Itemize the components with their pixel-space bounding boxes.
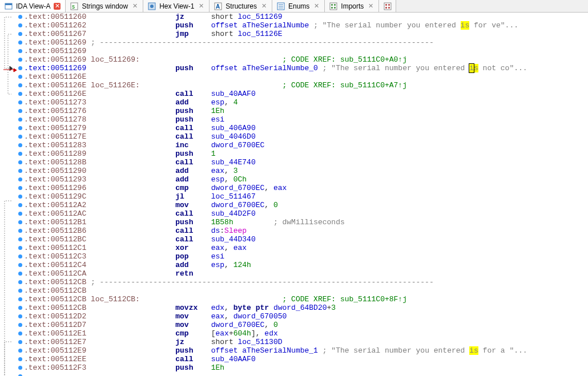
code-line[interactable]: .text:00511262 push offset aTheSerialNum… <box>24 21 588 30</box>
code-line[interactable]: .text:00511283 inc dword_6700EC <box>24 141 588 149</box>
code-line[interactable]: .text:00511273 add esp, 4 <box>24 98 588 107</box>
code-line[interactable]: .text:005112E9 push offset aTheSerialNum… <box>24 346 588 355</box>
code-line[interactable]: .text:00511269 ; -----------------------… <box>24 38 588 47</box>
code-line[interactable]: .text:00511269 <box>24 47 588 55</box>
breakpoint-dot[interactable] <box>18 169 22 173</box>
close-icon[interactable]: ✕ <box>131 3 138 10</box>
mnemonic: push <box>175 21 193 30</box>
breakpoint-dot[interactable] <box>18 41 22 45</box>
code-line[interactable]: .text:005112EE call sub_40AAF0 <box>24 355 588 363</box>
code-line[interactable]: .text:005112D2 mov eax, dword_670050 <box>24 312 588 321</box>
breakpoint-dot[interactable] <box>18 314 22 318</box>
code-line[interactable]: .text:00511260 jz short loc_511269 <box>24 13 588 21</box>
code-line[interactable]: .text:005112CB ; -----------------------… <box>24 278 588 286</box>
breakpoint-dot[interactable] <box>18 58 22 62</box>
code-line[interactable]: .text:005112C3 pop esi <box>24 252 588 261</box>
tab-hex-view-1[interactable]: Hex View-1✕ <box>143 0 210 12</box>
code-line[interactable]: .text:0051126E call sub_40AAF0 <box>24 90 588 98</box>
breakpoint-dot[interactable] <box>18 186 22 190</box>
breakpoint-dot[interactable] <box>18 177 22 181</box>
breakpoint-dot[interactable] <box>18 152 22 156</box>
tab-structures[interactable]: AStructures✕ <box>210 0 272 12</box>
breakpoint-dot[interactable] <box>18 203 22 207</box>
breakpoint-dot[interactable] <box>18 212 22 216</box>
breakpoint-dot[interactable] <box>18 229 22 233</box>
tab-overflow[interactable] <box>379 0 396 12</box>
breakpoint-dot[interactable] <box>18 160 22 164</box>
breakpoint-dot[interactable] <box>18 135 22 139</box>
breakpoint-dot[interactable] <box>18 272 22 276</box>
tab-strings-window[interactable]: sStrings window✕ <box>66 0 143 12</box>
code-line[interactable]: .text:00511293 add esp, 0Ch <box>24 175 588 184</box>
code-line[interactable]: .text:00511289 push 1 <box>24 149 588 158</box>
breakpoint-dot[interactable] <box>18 331 22 335</box>
code-line[interactable]: .text:00511290 add eax, 3 <box>24 167 588 175</box>
breakpoint-dot[interactable] <box>18 349 22 353</box>
code-line[interactable]: .text:00511279 call sub_406A90 <box>24 124 588 132</box>
breakpoint-dot[interactable] <box>18 118 22 122</box>
breakpoint-dot[interactable] <box>18 357 22 361</box>
breakpoint-dot[interactable] <box>18 306 22 310</box>
close-icon[interactable]: ✕ <box>313 3 320 10</box>
close-icon[interactable]: ✕ <box>260 3 267 10</box>
code-line[interactable]: .text:005112C4 add esp, 124h <box>24 261 588 269</box>
code-line[interactable]: .text:005112BC call sub_44D340 <box>24 235 588 244</box>
code-line[interactable]: .text:005112CB loc_5112CB: ; CODE XREF: … <box>24 295 588 304</box>
code-line[interactable]: .text:005112C1 xor eax, eax <box>24 244 588 252</box>
breakpoint-dot[interactable] <box>18 280 22 284</box>
breakpoint-dot[interactable] <box>18 32 22 36</box>
breakpoint-dot[interactable] <box>18 254 22 258</box>
breakpoint-dot[interactable] <box>18 237 22 241</box>
code-line[interactable]: .text:00511276 push 1Eh <box>24 107 588 115</box>
tab-imports[interactable]: Imports✕ <box>325 0 379 12</box>
code-line[interactable]: .text:005112B6 call ds:Sleep <box>24 227 588 235</box>
breakpoint-dot[interactable] <box>18 246 22 250</box>
breakpoint-dot[interactable] <box>18 297 22 301</box>
code-line[interactable]: .text:0051129C jl loc_511467 <box>24 192 588 201</box>
breakpoint-dot[interactable] <box>18 220 22 224</box>
code-line[interactable]: .text:00511267 jmp short loc_51126E <box>24 30 588 38</box>
disassembly-view[interactable]: .text:00511260 jz short loc_511269.text:… <box>0 13 588 376</box>
breakpoint-dot[interactable] <box>18 15 22 19</box>
code-line[interactable]: .text:005112A2 mov dword_6700EC, 0 <box>24 201 588 209</box>
code-line[interactable]: .text:005112CB movzx edx, byte ptr dword… <box>24 304 588 312</box>
code-line[interactable]: .text:005112CB <box>24 286 588 295</box>
code-line[interactable]: .text:005112CA retn <box>24 269 588 278</box>
breakpoint-dot[interactable] <box>18 92 22 96</box>
breakpoint-dot[interactable] <box>18 75 22 79</box>
breakpoint-dot[interactable] <box>18 289 22 293</box>
code-line[interactable]: .text:005112D7 mov dword_6700EC, 0 <box>24 321 588 329</box>
code-line[interactable]: .text:0051126E loc_51126E: ; CODE XREF: … <box>24 81 588 90</box>
breakpoint-dot[interactable] <box>18 100 22 104</box>
code-line[interactable]: .text:005112E7 jz short loc_51130D <box>24 338 588 346</box>
address: .text:00511269 <box>24 38 86 47</box>
breakpoint-dot[interactable] <box>18 366 22 370</box>
breakpoint-dot[interactable] <box>18 340 22 344</box>
breakpoint-dot[interactable] <box>18 109 22 113</box>
code-line[interactable]: .text:00511269 loc_511269: ; CODE XREF: … <box>24 55 588 64</box>
close-icon[interactable]: ✕ <box>367 3 374 10</box>
breakpoint-dot[interactable] <box>18 143 22 147</box>
breakpoint-dot[interactable] <box>18 49 22 53</box>
code-line[interactable]: .text:0051126E <box>24 72 588 81</box>
tab-enums[interactable]: Enums✕ <box>272 0 325 12</box>
breakpoint-dot[interactable] <box>18 195 22 199</box>
close-icon[interactable]: ✕ <box>198 3 204 10</box>
breakpoint-dot[interactable] <box>18 66 22 70</box>
breakpoint-dot[interactable] <box>18 263 22 267</box>
code-line[interactable]: .text:00511296 cmp dword_6700EC, eax <box>24 184 588 192</box>
code-line[interactable]: .text:005112F3 push 1Eh <box>24 363 588 372</box>
code-line[interactable]: .text:00511278 push esi <box>24 115 588 124</box>
code-line[interactable]: .text:005112B1 push 1B58h ; dwMillisecon… <box>24 218 588 227</box>
code-line[interactable]: .text:005112AC call sub_44D2F0 <box>24 209 588 218</box>
code-line[interactable]: .text:00511269 push offset aTheSerialNum… <box>24 64 588 72</box>
breakpoint-dot[interactable] <box>18 323 22 327</box>
tab-ida-view-a[interactable]: IDA View-A✕ <box>0 0 66 12</box>
code-line[interactable]: .text:005112E1 cmp [eax+604h], edx <box>24 329 588 338</box>
breakpoint-dot[interactable] <box>18 23 22 27</box>
close-icon[interactable]: ✕ <box>54 3 61 10</box>
breakpoint-dot[interactable] <box>18 83 22 87</box>
code-line[interactable]: .text:0051128B call sub_44E740 <box>24 158 588 167</box>
breakpoint-dot[interactable] <box>18 126 22 130</box>
code-line[interactable]: .text:0051127E call sub_4046D0 <box>24 132 588 141</box>
